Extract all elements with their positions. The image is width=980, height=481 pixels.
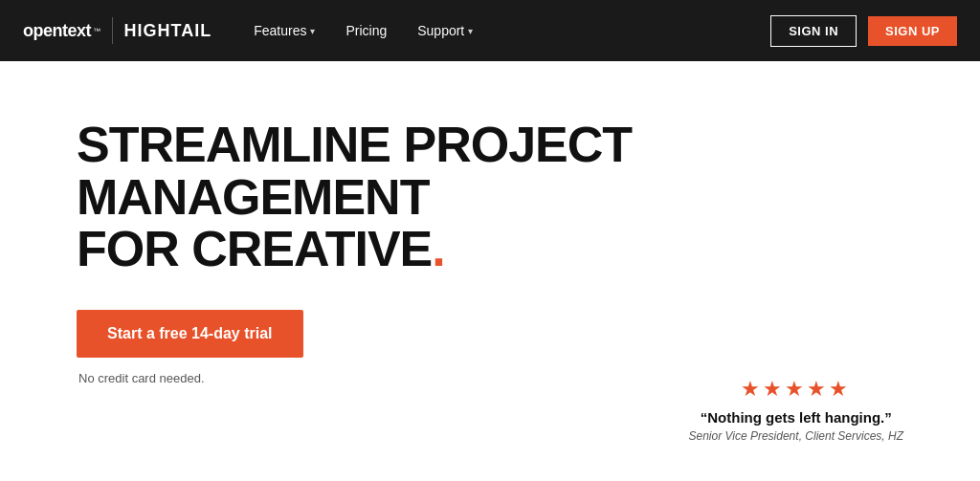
headline-dot: .	[432, 221, 444, 276]
navbar: opentext™ HIGHTAIL Features ▾ Pricing Su…	[0, 0, 980, 61]
testimonial-block: ★★★★★ “Nothing gets left hanging.” Senio…	[688, 377, 903, 443]
nav-support[interactable]: Support ▾	[406, 15, 484, 46]
hero-section: STREAMLINE PROJECT MANAGEMENT FOR CREATI…	[0, 61, 980, 481]
chevron-down-icon: ▾	[310, 26, 315, 36]
navbar-left: opentext™ HIGHTAIL Features ▾ Pricing Su…	[23, 15, 484, 46]
nav-pricing[interactable]: Pricing	[334, 15, 398, 46]
hero-headline: STREAMLINE PROJECT MANAGEMENT FOR CREATI…	[77, 119, 727, 275]
no-credit-card-text: No credit card needed.	[78, 371, 205, 385]
opentext-wordmark: opentext	[23, 21, 91, 41]
navbar-right: SIGN IN SIGN UP	[770, 15, 957, 47]
main-nav: Features ▾ Pricing Support ▾	[242, 15, 484, 46]
sign-in-button[interactable]: SIGN IN	[770, 15, 857, 47]
trial-cta-button[interactable]: Start a free 14-day trial	[77, 310, 303, 358]
chevron-down-icon: ▾	[468, 26, 473, 36]
logo-divider	[112, 17, 113, 44]
logo-hightail: HIGHTAIL	[124, 21, 212, 41]
testimonial-quote: “Nothing gets left hanging.”	[688, 409, 903, 426]
nav-features[interactable]: Features ▾	[242, 15, 326, 46]
star-rating: ★★★★★	[688, 377, 903, 402]
testimonial-author: Senior Vice President, Client Services, …	[688, 429, 903, 443]
logo-opentext: opentext™	[23, 21, 100, 41]
trademark-symbol: ™	[93, 27, 100, 35]
sign-up-button[interactable]: SIGN UP	[868, 16, 957, 46]
hightail-wordmark: HIGHTAIL	[124, 21, 212, 40]
